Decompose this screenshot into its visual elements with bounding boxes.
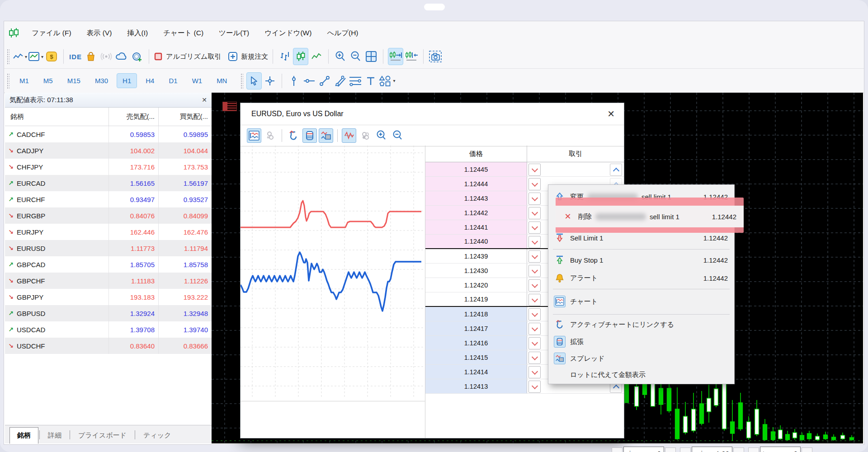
market-watch-row-USDCAD[interactable]: ↗USDCAD1.397081.39740 — [5, 321, 212, 338]
one-click-trading-icon[interactable] — [222, 102, 237, 111]
trade-dropdown-button[interactable] — [528, 381, 541, 393]
tick-line-icon[interactable] — [342, 128, 356, 143]
algo-trading-button[interactable]: アルゴリズム取引 — [154, 48, 221, 65]
market-watch-row-CHFJPY[interactable]: ↘CHFJPY173.716173.753 — [5, 159, 212, 175]
market-watch-row-GBPJPY[interactable]: ↘GBPJPY193.183193.222 — [5, 289, 212, 305]
tab-3[interactable]: ティック — [136, 428, 178, 443]
ladder-row-1.12445[interactable]: 1.12445 — [425, 162, 624, 177]
cursor-icon[interactable] — [246, 72, 262, 89]
vol-decrease-button[interactable] — [680, 447, 691, 452]
market-watch-row-GBPUSD[interactable]: ↗GBPUSD1.329241.32948 — [5, 305, 212, 321]
sl-decrease-button[interactable] — [612, 447, 623, 452]
market-watch-row-EURUSD[interactable]: ↘EURUSD1.117731.11794 — [5, 240, 212, 256]
market-watch-row-CADCHF[interactable]: ↗CADCHF0.598530.59895 — [5, 126, 212, 142]
spread-icon[interactable] — [319, 128, 333, 143]
trade-dropdown-button[interactable] — [528, 352, 541, 364]
market-watch-row-CADJPY[interactable]: ↘CADJPY104.002104.044 — [5, 142, 212, 159]
timeframe-d1[interactable]: D1 — [163, 73, 183, 88]
market-watch-row-EURJPY[interactable]: ↘EURJPY162.446162.476 — [5, 224, 212, 240]
market-watch-row-EURGBP[interactable]: ↘EURGBP0.840760.84099 — [5, 207, 212, 224]
channel-icon[interactable] — [333, 73, 347, 89]
crosshair-icon[interactable] — [263, 73, 277, 89]
market-watch-row-EURCHF[interactable]: ↗EURCHF0.934970.93527 — [5, 191, 212, 207]
column-symbol[interactable]: 銘柄 — [5, 108, 109, 126]
menu-item-1[interactable]: 表示 (V) — [79, 25, 120, 42]
zoom-out-icon[interactable] — [391, 128, 405, 143]
tp-decrease-button[interactable] — [748, 447, 759, 452]
orders-circles-icon[interactable] — [263, 128, 278, 143]
dialog-titlebar[interactable]: EURUSD, Euro vs US Dollar ✕ — [241, 103, 624, 125]
close-icon[interactable]: ✕ — [607, 108, 615, 119]
tp-increase-button[interactable] — [802, 447, 812, 452]
trade-dropdown-button[interactable] — [528, 236, 541, 248]
sl-increase-button[interactable] — [665, 447, 676, 452]
trade-dropdown-button[interactable] — [528, 178, 541, 190]
timeframe-m1[interactable]: M1 — [14, 73, 35, 88]
market-watch-row-GBPCAD[interactable]: ↗GBPCAD1.857051.85758 — [5, 256, 212, 273]
market-bag-icon[interactable] — [84, 48, 98, 65]
trade-dropdown-button[interactable] — [528, 323, 541, 335]
line-chart-icon[interactable]: ▾ — [13, 48, 27, 65]
community-icon[interactable] — [130, 48, 144, 65]
camera-icon[interactable] — [428, 48, 443, 65]
zoom-in-icon[interactable] — [374, 128, 389, 143]
shapes-icon[interactable]: ▾ — [379, 73, 395, 89]
menu-item-8[interactable]: スプレッド — [548, 350, 734, 367]
zoom-in-icon[interactable] — [333, 48, 348, 65]
vertical-line-icon[interactable] — [287, 73, 301, 89]
column-bid[interactable]: 売気配(... — [109, 108, 159, 126]
signal-icon[interactable] — [99, 48, 113, 65]
menu-item-0[interactable]: ファイル (F) — [24, 25, 79, 42]
extend-icon[interactable] — [302, 128, 317, 143]
tab-1[interactable]: 詳細 — [41, 428, 69, 443]
sl-field[interactable]: sl 0 — [623, 447, 664, 452]
timeframe-m15[interactable]: M15 — [61, 73, 86, 88]
volume-circles-icon[interactable] — [358, 128, 373, 143]
menu-item-9[interactable]: ロットに代えて金額表示 — [548, 367, 734, 383]
market-watch-row-USDCHF[interactable]: ↘USDCHF0.836400.83666 — [5, 338, 212, 354]
market-watch-row-EURCAD[interactable]: ↗EURCAD1.561651.56197 — [5, 175, 212, 191]
trade-dropdown-button[interactable] — [528, 279, 541, 292]
cloud-icon[interactable] — [114, 48, 129, 65]
timeframe-h1[interactable]: H1 — [117, 73, 137, 88]
column-ask[interactable]: 買気配(... — [159, 113, 212, 121]
tab-0[interactable]: 銘柄 — [9, 427, 38, 444]
candle-chart-type-icon[interactable] — [293, 48, 308, 65]
tp-field[interactable]: tp 0 — [760, 447, 801, 452]
fibonacci-icon[interactable] — [348, 73, 363, 89]
trade-dropdown-button[interactable] — [528, 265, 541, 277]
tick-chart-area[interactable] — [241, 146, 425, 438]
ide-button[interactable]: IDE — [68, 48, 83, 65]
menu-item-3[interactable]: Buy Stop 11.12442 — [548, 251, 734, 269]
market-watch-row-GBPCHF[interactable]: ↘GBPCHF1.111831.11226 — [5, 273, 212, 289]
menu-item-7[interactable]: 拡張 — [548, 333, 734, 350]
menu-item-5[interactable]: チャート — [548, 291, 734, 312]
trade-dropdown-button[interactable] — [528, 250, 541, 263]
timeframe-m30[interactable]: M30 — [89, 73, 114, 88]
line-chart-type-icon[interactable] — [309, 48, 324, 65]
bar-chart-type-icon[interactable] — [278, 48, 292, 65]
menu-item-5[interactable]: ウインドウ(W) — [257, 25, 319, 42]
vol-field[interactable]: vol 1.00 — [692, 447, 732, 452]
link-active-chart-icon[interactable] — [286, 128, 301, 143]
trade-dropdown-button[interactable] — [528, 337, 541, 349]
tick-chart-icon[interactable] — [247, 128, 261, 143]
tab-2[interactable]: プライスボード — [71, 428, 134, 443]
menu-item-2[interactable]: 挿入(I) — [120, 25, 156, 42]
horizontal-line-icon[interactable] — [302, 73, 316, 89]
zoom-out-icon[interactable] — [349, 48, 363, 65]
menu-item-6[interactable]: アクティブチャートにリンクする — [548, 316, 734, 333]
timeframe-mn[interactable]: MN — [211, 73, 233, 88]
timeframe-h4[interactable]: H4 — [140, 73, 160, 88]
chart-shift-icon[interactable] — [404, 48, 419, 65]
chart-frame-icon[interactable]: ▾ — [28, 48, 43, 65]
trade-dropdown-button[interactable] — [528, 164, 541, 176]
trendline-icon[interactable] — [317, 73, 332, 89]
menu-item-3[interactable]: チャート (C) — [156, 25, 211, 42]
close-icon[interactable]: ✕ — [202, 96, 207, 104]
text-icon[interactable] — [363, 73, 378, 89]
trade-dropdown-button[interactable] — [528, 308, 541, 320]
dollar-icon[interactable]: $ — [44, 48, 59, 65]
trade-dropdown-button[interactable] — [528, 294, 541, 306]
trade-dropdown-button[interactable] — [528, 221, 541, 234]
